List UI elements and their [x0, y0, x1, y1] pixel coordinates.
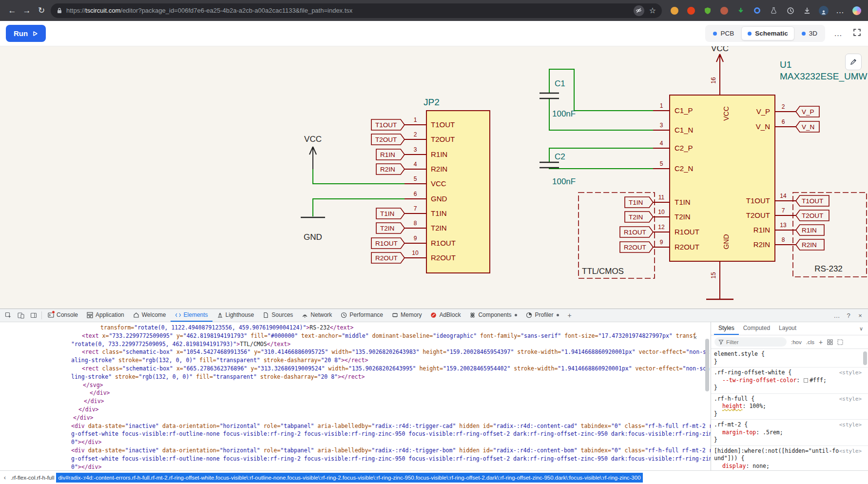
code-line[interactable]: </div> [0, 397, 711, 406]
code-line[interactable]: 0"></div> [0, 463, 711, 470]
new-style-rule-button[interactable]: + [819, 338, 823, 346]
devtools-tab-welcome[interactable]: Welcome [129, 309, 171, 322]
tracking-prevention-icon[interactable] [634, 5, 644, 16]
tab-styles[interactable]: Styles [714, 322, 739, 335]
address-bar[interactable]: https://tscircuit.com/editor?package_id=… [51, 3, 662, 18]
devtools-tab-memory[interactable]: Memory [387, 309, 426, 322]
styles-rules[interactable]: element.style {}.rf-ring-offset-white {<… [711, 349, 868, 470]
devtools-tab-adblock[interactable]: AdBlock [426, 309, 465, 322]
chevron-down-icon[interactable]: ∨ [859, 326, 865, 332]
devtools-tab-components[interactable]: Components [465, 309, 521, 322]
stylesheet-link[interactable]: <style> [839, 369, 862, 377]
stylesheet-link[interactable]: <style> [839, 421, 862, 429]
code-line[interactable]: <rect class="schematic-box" x="665.27863… [0, 365, 711, 373]
back-icon[interactable]: ← [5, 3, 19, 18]
styles-filter-input[interactable] [726, 339, 777, 345]
css-property[interactable]: height: 100%; [714, 403, 865, 410]
style-rule[interactable]: element.style {} [711, 349, 868, 368]
css-property[interactable]: margin-top: .5rem; [714, 429, 865, 437]
devtools-tab-network[interactable]: Network [297, 309, 336, 322]
css-property[interactable]: --tw-ring-offset-color: #fff; [714, 377, 865, 385]
toggle-element-state-button[interactable]: :hov [791, 339, 802, 345]
code-line[interactable]: <text x="733.2299772509095" y="462.81981… [0, 332, 711, 340]
view-mode-schematic[interactable]: Schematic [741, 26, 794, 40]
tab-layout[interactable]: Layout [774, 322, 801, 335]
devtools-tab-lighthouse[interactable]: Lighthouse [212, 309, 259, 322]
breadcrumb-scroll-left-icon[interactable]: ‹ [1, 474, 9, 481]
schematic-canvas[interactable]: JP21T1OUTT1OUT2T2OUTT2OUT3R1INR1IN4R2INR… [0, 46, 868, 309]
stylesheet-link[interactable]: <style> [839, 395, 862, 403]
fullscreen-icon[interactable] [853, 28, 861, 39]
code-line[interactable]: <rect class="schematic-box" x="1054.5427… [0, 348, 711, 356]
elements-scrollbar[interactable] [705, 339, 709, 391]
code-line[interactable]: g-offset-white focus-visible:rf-outline-… [0, 455, 711, 463]
code-line[interactable]: aling-stroke" stroke="rgb(132, 0, 0)" fi… [0, 356, 711, 365]
devtools-tab-performance[interactable]: Performance [336, 309, 387, 322]
code-line[interactable]: <div data-state="inactive" data-orientat… [0, 446, 711, 455]
toolbar-more-button[interactable]: … [830, 28, 846, 39]
css-selector: .rf-ring-offset-white [714, 369, 785, 376]
code-line[interactable]: </div> [0, 389, 711, 397]
extension-icon-2[interactable] [717, 4, 731, 17]
filter-box[interactable] [714, 337, 787, 347]
style-rule[interactable]: .rf-ring-offset-white {<style>--tw-ring-… [711, 368, 868, 394]
stylesheet-link[interactable]: <style> [839, 447, 862, 455]
computed-panel-icon[interactable] [837, 339, 843, 345]
code-line[interactable]: 0"></div> [0, 438, 711, 446]
style-rule[interactable]: [hidden]:where(:not([hidden="until-found… [711, 446, 868, 471]
more-menu-icon[interactable]: … [833, 4, 847, 17]
add-tab-button[interactable]: + [563, 311, 575, 319]
history-icon[interactable] [784, 4, 797, 17]
profile-avatar[interactable] [817, 4, 830, 17]
devtools-tab-sources[interactable]: Sources [258, 309, 297, 322]
color-swatch[interactable] [804, 378, 808, 383]
devtools-tab-profiler[interactable]: Profiler [521, 309, 563, 322]
reload-icon[interactable]: ↻ [34, 3, 49, 18]
view-mode-pcb[interactable]: PCB [707, 26, 740, 40]
adguard-extension-icon[interactable] [701, 4, 714, 17]
install-extension-icon[interactable] [734, 4, 747, 17]
element-classes-button[interactable]: .cls [806, 339, 814, 345]
downloads-icon[interactable] [800, 4, 813, 17]
style-rule[interactable]: .rf-h-full {<style>height: 100%;} [711, 394, 868, 420]
breadcrumb-parent[interactable]: .rf-flex-col.rf-h-full [9, 473, 56, 483]
dismiss-icon[interactable]: × [693, 334, 697, 342]
code-line[interactable]: transform="rotate(0, 1122.4940879123556,… [0, 324, 711, 332]
breadcrumb-selected[interactable]: div#radix-:r4d:-content-errors.rf-h-full… [56, 473, 642, 483]
css-property[interactable]: display: none; [714, 463, 865, 470]
schematic-svg[interactable]: JP21T1OUTT1OUT2T2OUTT2OUT3R1INR1IN4R2INR… [0, 46, 868, 309]
code-line[interactable]: </svg> [0, 381, 711, 389]
site-info-lock-icon[interactable] [57, 7, 62, 14]
extension-icon-1[interactable] [668, 4, 681, 17]
devtools-tab-console[interactable]: Console [43, 309, 82, 322]
run-button[interactable]: Run [6, 25, 46, 42]
adblock-extension-icon[interactable] [684, 4, 697, 17]
favorite-star-icon[interactable]: ☆ [649, 6, 656, 15]
forward-icon[interactable]: → [19, 3, 34, 18]
devtools-close-icon[interactable]: × [854, 310, 866, 321]
extension-icon-3[interactable] [751, 4, 764, 17]
tab-computed[interactable]: Computed [739, 322, 774, 335]
grid-overlays-icon[interactable] [827, 339, 833, 345]
code-line[interactable]: </div> [0, 414, 711, 422]
devtools-more-icon[interactable]: … [831, 310, 843, 321]
style-rule[interactable]: .rf-mt-2 {<style>margin-top: .5rem;} [711, 420, 868, 446]
elements-tree[interactable]: × transform="rotate(0, 1122.494087912355… [0, 322, 711, 470]
code-line[interactable]: "rotate(0, 733.2299772509095, 462.819819… [0, 340, 711, 348]
code-line[interactable]: </div> [0, 406, 711, 414]
experiments-icon[interactable] [767, 4, 780, 17]
edit-button[interactable] [845, 54, 862, 70]
view-mode-3d[interactable]: 3D [795, 26, 824, 40]
code-line[interactable]: ling-stroke" stroke="rgb(132, 0, 0)" fil… [0, 373, 711, 381]
dock-panel-icon[interactable] [27, 310, 40, 321]
devtools-tab-elements[interactable]: Elements [171, 309, 212, 322]
copilot-icon[interactable] [850, 4, 863, 17]
browser-toolbar: ← → ↻ https://tscircuit.com/editor?packa… [0, 0, 868, 21]
devtools-tab-application[interactable]: Application [82, 309, 129, 322]
code-line[interactable]: <div data-state="inactive" data-orientat… [0, 422, 711, 430]
styles-scrollbar[interactable] [863, 351, 867, 365]
code-line[interactable]: g-offset-white focus-visible:rf-outline-… [0, 430, 711, 438]
inspect-icon[interactable] [2, 310, 15, 321]
devtools-help-icon[interactable]: ? [843, 310, 854, 321]
device-toolbar-icon[interactable] [15, 310, 27, 321]
